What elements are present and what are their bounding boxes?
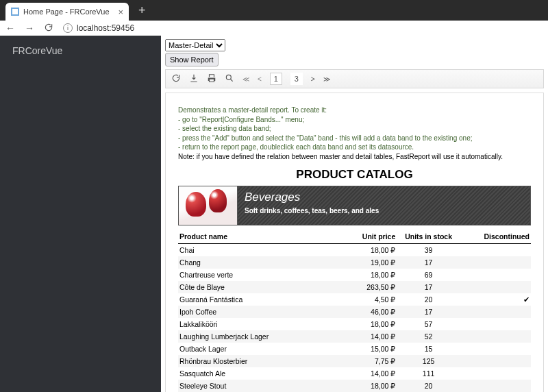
cell-name: Chang xyxy=(178,256,334,269)
cell-stock: 20 xyxy=(397,380,460,392)
table-row: Rhönbrau Klosterbier7,75 ₽125 xyxy=(178,355,531,367)
cell-price: 14,00 ₽ xyxy=(334,367,397,380)
cell-disc xyxy=(460,318,531,330)
cell-name: Outback Lager xyxy=(178,343,334,355)
cell-disc xyxy=(460,355,531,367)
cell-name: Guaraná Fantástica xyxy=(178,293,334,306)
cell-disc xyxy=(460,343,531,355)
cell-name: Côte de Blaye xyxy=(178,281,334,293)
tab-title: Home Page - FRCoreVue xyxy=(23,8,114,16)
category-desc: Soft drinks, coffees, teas, beers, and a… xyxy=(245,207,379,215)
col-stock: Units in stock xyxy=(397,230,460,244)
main-content: Master-Detail Show Report ≪ < 1 3 > ≫ De… xyxy=(161,36,548,392)
cell-name: Chai xyxy=(178,244,334,257)
address-bar: ← → i localhost:59456 xyxy=(0,21,548,36)
prev-page-icon[interactable]: < xyxy=(258,75,262,83)
cell-price: 4,50 ₽ xyxy=(334,293,397,306)
cell-price: 18,00 ₽ xyxy=(334,244,397,257)
col-disc: Discontinued xyxy=(460,230,531,244)
cell-price: 18,00 ₽ xyxy=(334,380,397,392)
reload-button[interactable] xyxy=(44,23,53,34)
cell-name: Laughing Lumberjack Lager xyxy=(178,330,334,343)
cell-stock: 57 xyxy=(397,318,460,330)
forward-button[interactable]: → xyxy=(25,23,34,34)
cell-price: 263,50 ₽ xyxy=(334,281,397,293)
cell-disc xyxy=(460,367,531,380)
zoom-icon[interactable] xyxy=(225,73,234,85)
report-select[interactable]: Master-Detail xyxy=(165,39,225,51)
cell-stock: 52 xyxy=(397,330,460,343)
viewer-toolbar: ≪ < 1 3 > ≫ xyxy=(165,69,544,88)
cell-disc xyxy=(460,281,531,293)
browser-tab[interactable]: Home Page - FRCoreVue × xyxy=(5,3,129,21)
table-row: Côte de Blaye263,50 ₽17 xyxy=(178,281,531,293)
browser-chrome: Home Page - FRCoreVue × + ← → i localhos… xyxy=(0,0,548,36)
sidebar-brand[interactable]: FRCoreVue xyxy=(12,45,149,56)
col-price: Unit price xyxy=(334,230,397,244)
table-row: Outback Lager15,00 ₽15 xyxy=(178,343,531,355)
report-viewer[interactable]: Demonstrates a master-detail report. To … xyxy=(165,93,544,392)
table-row: Lakkalikööri18,00 ₽57 xyxy=(178,318,531,330)
tab-favicon xyxy=(11,8,19,16)
cell-stock: 17 xyxy=(397,306,460,318)
new-tab-button[interactable]: + xyxy=(129,3,153,21)
cell-name: Ipoh Coffee xyxy=(178,306,334,318)
report-title: PRODUCT CATALOG xyxy=(178,168,531,182)
cell-stock: 17 xyxy=(397,256,460,269)
url-text: localhost:59456 xyxy=(77,23,134,33)
cell-disc: ✔ xyxy=(460,293,531,306)
cell-price: 19,00 ₽ xyxy=(334,256,397,269)
cell-disc xyxy=(460,269,531,281)
download-icon[interactable] xyxy=(189,73,199,85)
cell-disc xyxy=(460,306,531,318)
category-name: Beverages xyxy=(245,191,379,204)
site-info-icon[interactable]: i xyxy=(63,23,73,33)
cell-disc xyxy=(460,330,531,343)
cell-stock: 20 xyxy=(397,293,460,306)
cell-name: Lakkalikööri xyxy=(178,318,334,330)
table-row: Chang19,00 ₽17 xyxy=(178,256,531,269)
svg-rect-1 xyxy=(12,9,18,14)
cell-disc xyxy=(460,380,531,392)
table-row: Guaraná Fantástica4,50 ₽20✔ xyxy=(178,293,531,306)
cell-disc xyxy=(460,244,531,257)
next-page-icon[interactable]: > xyxy=(311,75,315,83)
print-icon[interactable] xyxy=(207,73,216,85)
table-row: Chai18,00 ₽39 xyxy=(178,244,531,257)
cell-name: Steeleye Stout xyxy=(178,380,334,392)
tab-close-icon[interactable]: × xyxy=(118,7,123,17)
product-table: Product nameUnit priceUnits in stockDisc… xyxy=(178,230,531,392)
cell-price: 7,75 ₽ xyxy=(334,355,397,367)
report-description: Demonstrates a master-detail report. To … xyxy=(178,106,531,161)
cell-stock: 111 xyxy=(397,367,460,380)
back-button[interactable]: ← xyxy=(5,23,15,34)
table-row: Chartreuse verte18,00 ₽69 xyxy=(178,269,531,281)
cell-name: Chartreuse verte xyxy=(178,269,334,281)
svg-point-2 xyxy=(226,75,231,79)
first-page-icon[interactable]: ≪ xyxy=(242,75,249,83)
cell-stock: 39 xyxy=(397,244,460,257)
cell-stock: 69 xyxy=(397,269,460,281)
cell-price: 18,00 ₽ xyxy=(334,269,397,281)
cell-stock: 17 xyxy=(397,281,460,293)
cell-price: 14,00 ₽ xyxy=(334,330,397,343)
cell-name: Sasquatch Ale xyxy=(178,367,334,380)
cell-price: 18,00 ₽ xyxy=(334,318,397,330)
cell-name: Rhönbrau Klosterbier xyxy=(178,355,334,367)
page-total: 3 xyxy=(290,73,303,85)
cell-price: 46,00 ₽ xyxy=(334,306,397,318)
last-page-icon[interactable]: ≫ xyxy=(323,75,330,83)
table-row: Steeleye Stout18,00 ₽20 xyxy=(178,380,531,392)
page-current[interactable]: 1 xyxy=(270,73,282,85)
cell-stock: 15 xyxy=(397,343,460,355)
cell-stock: 125 xyxy=(397,355,460,367)
refresh-icon[interactable] xyxy=(171,73,181,85)
col-name: Product name xyxy=(178,230,334,244)
sidebar: FRCoreVue xyxy=(0,36,161,392)
show-report-button[interactable]: Show Report xyxy=(165,53,219,66)
table-row: Ipoh Coffee46,00 ₽17 xyxy=(178,306,531,318)
cell-disc xyxy=(460,256,531,269)
cell-price: 15,00 ₽ xyxy=(334,343,397,355)
url-box[interactable]: i localhost:59456 xyxy=(63,23,134,33)
table-row: Laughing Lumberjack Lager14,00 ₽52 xyxy=(178,330,531,343)
